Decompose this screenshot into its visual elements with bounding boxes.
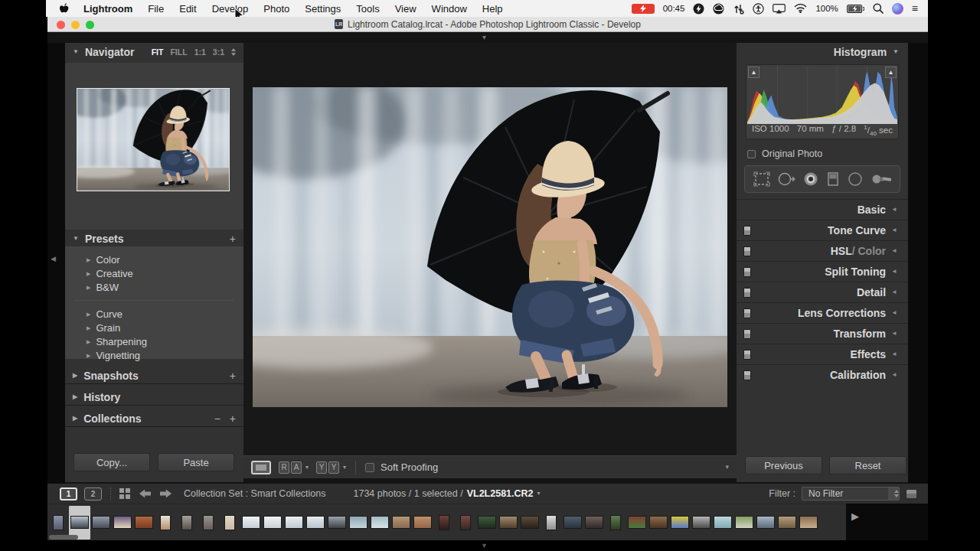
filmstrip-thumb[interactable] — [262, 506, 283, 540]
presets-header[interactable]: ▼ Presets + — [65, 230, 243, 248]
filmstrip-thumb[interactable] — [198, 506, 219, 540]
filmstrip-scrollbar[interactable] — [49, 535, 78, 540]
menu-item-view[interactable]: View — [387, 3, 424, 15]
alfred-bolt-icon[interactable] — [693, 3, 704, 15]
filmstrip-thumb[interactable] — [541, 506, 562, 540]
filmstrip-thumb[interactable] — [691, 506, 712, 540]
menu-item-settings[interactable]: Settings — [297, 3, 348, 15]
snapshots-header[interactable]: ▶ Snapshots + — [65, 367, 243, 384]
filmstrip-thumb[interactable] — [155, 506, 176, 540]
panel-header-basic[interactable]: Basic◄ — [737, 199, 908, 220]
add-snapshot-icon[interactable]: + — [230, 370, 236, 381]
panel-expand-icon[interactable]: ◄ — [891, 207, 897, 213]
panel-expand-icon[interactable]: ◄ — [891, 372, 897, 378]
toolbar-options-icon[interactable]: ▾ — [725, 464, 729, 471]
navigator-mode-fill[interactable]: FILL — [170, 47, 187, 57]
filter-toggle-switch[interactable] — [906, 489, 917, 499]
crop-overlay-icon[interactable] — [753, 171, 770, 187]
soft-proofing-checkbox[interactable] — [365, 463, 374, 472]
menu-item-help[interactable]: Help — [475, 3, 511, 15]
chevron-down-icon[interactable]: ▾ — [343, 465, 346, 471]
filter-select[interactable]: No Filter — [802, 487, 900, 500]
main-photo[interactable] — [253, 87, 727, 407]
preset-item-grain[interactable]: ▶Grain — [65, 321, 243, 334]
filmstrip-thumb[interactable] — [433, 506, 455, 540]
panel-enable-toggle[interactable] — [743, 329, 751, 339]
history-header[interactable]: ▶ History — [65, 389, 243, 406]
filmstrip-thumb[interactable] — [283, 506, 305, 540]
notification-center-icon[interactable]: ≡ — [912, 3, 917, 14]
add-preset-icon[interactable]: + — [230, 233, 236, 244]
panel-header-calibration[interactable]: Calibration◄ — [737, 364, 908, 385]
filmstrip-thumb[interactable] — [583, 506, 605, 540]
panel-enable-toggle[interactable] — [743, 226, 751, 236]
navigator-thumbnail[interactable] — [77, 88, 230, 191]
histogram-header[interactable]: Histogram ▼ — [737, 43, 908, 61]
menu-item-edit[interactable]: Edit — [172, 3, 204, 15]
creative-cloud-icon[interactable] — [713, 3, 724, 15]
chevron-down-icon[interactable]: ▾ — [305, 465, 309, 471]
shadow-clipping-icon[interactable]: ▲ — [748, 67, 760, 78]
panel-header-tone-curve[interactable]: Tone Curve◄ — [737, 220, 908, 240]
second-window-button[interactable]: 2 — [84, 487, 102, 500]
grid-view-icon[interactable] — [119, 488, 130, 499]
filmstrip-thumb[interactable] — [776, 506, 798, 540]
panel-expand-icon[interactable]: ◄ — [891, 310, 897, 316]
previous-button[interactable]: Previous — [745, 456, 822, 474]
battery-charging-icon[interactable] — [847, 5, 864, 13]
menu-item-file[interactable]: File — [140, 3, 172, 15]
zoom-window-button[interactable] — [86, 21, 94, 29]
filmstrip-thumb[interactable] — [498, 506, 519, 540]
panel-header-split-toning[interactable]: Split Toning◄ — [737, 261, 908, 282]
close-window-button[interactable] — [57, 21, 65, 29]
graduated-filter-icon[interactable] — [826, 171, 840, 187]
filmstrip-thumb[interactable] — [798, 506, 819, 540]
filmstrip-thumb[interactable] — [712, 506, 733, 540]
panel-header-effects[interactable]: Effects◄ — [737, 344, 908, 364]
collapse-top-panel-icon[interactable]: ▾ — [482, 34, 486, 41]
menu-item-window[interactable]: Window — [424, 3, 475, 15]
filmstrip-thumb[interactable] — [176, 506, 198, 540]
panel-expand-icon[interactable]: ◄ — [891, 331, 897, 337]
collapse-left-panel-icon[interactable]: ◀ — [51, 256, 56, 262]
panel-expand-icon[interactable]: ◄ — [891, 248, 897, 254]
menu-item-tools[interactable]: Tools — [348, 3, 387, 15]
highlight-clipping-icon[interactable]: ▲ — [885, 67, 897, 78]
histogram-box[interactable]: ▲ ▲ ISO 1000 70 mm ƒ / 2.8 1/40 sec — [746, 64, 899, 139]
filmstrip-thumb[interactable] — [326, 506, 348, 540]
reset-button[interactable]: Reset — [829, 456, 906, 474]
spot-removal-icon[interactable] — [777, 171, 795, 187]
preset-item-color[interactable]: ▶Color — [65, 253, 243, 266]
radial-filter-icon[interactable] — [847, 171, 864, 187]
selected-filename[interactable]: VL2L2581.CR2 — [467, 488, 534, 499]
filmstrip-thumb[interactable] — [476, 506, 498, 540]
panel-enable-toggle[interactable] — [743, 288, 751, 298]
apple-menu-icon[interactable] — [60, 3, 70, 15]
wifi-icon[interactable] — [794, 4, 807, 13]
preset-item-b-w[interactable]: ▶B&W — [65, 280, 243, 294]
filmstrip-thumb[interactable] — [626, 506, 648, 540]
add-collection-icon[interactable]: + — [230, 413, 236, 424]
before-after-button[interactable]: R A ▾ — [279, 461, 309, 474]
filmstrip-scroll-right-icon[interactable]: ▶ — [851, 511, 859, 521]
filmstrip-thumb[interactable] — [669, 506, 691, 540]
filmstrip-thumb[interactable] — [369, 506, 390, 540]
filmstrip-thumb[interactable] — [455, 506, 476, 540]
red-eye-icon[interactable] — [802, 171, 819, 187]
breadcrumb[interactable]: Collection Set : Smart Collections — [184, 488, 326, 499]
filmstrip-thumb[interactable] — [562, 506, 583, 540]
left-panel-gutter[interactable] — [47, 43, 65, 484]
sync-paused-icon[interactable] — [733, 3, 744, 15]
collections-header[interactable]: ▶ Collections − + — [65, 410, 243, 427]
collapse-bottom-panel-icon[interactable]: ▼ — [481, 543, 488, 549]
filmstrip-thumb[interactable] — [133, 506, 155, 540]
original-photo-checkbox[interactable] — [747, 150, 756, 158]
filmstrip-thumb[interactable] — [605, 506, 626, 540]
minimize-window-button[interactable] — [71, 21, 80, 29]
menu-item-lightroom[interactable]: Lightroom — [76, 3, 140, 15]
filmstrip-thumb[interactable] — [219, 506, 240, 540]
panel-header-lens-corrections[interactable]: Lens Corrections◄ — [737, 302, 908, 323]
filmstrip-thumb[interactable] — [648, 506, 669, 540]
next-photo-icon[interactable] — [160, 490, 172, 498]
panel-enable-toggle[interactable] — [743, 308, 751, 318]
